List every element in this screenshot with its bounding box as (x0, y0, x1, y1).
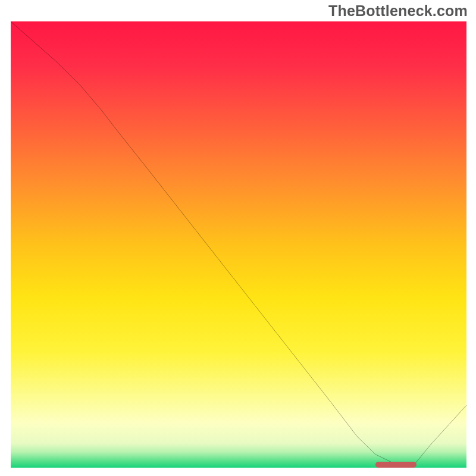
plot-area (11, 21, 466, 468)
optimal-range-marker (375, 462, 416, 468)
bottleneck-curve (11, 21, 466, 468)
attribution-text: TheBottleneck.com (328, 2, 468, 20)
curve-path (11, 21, 466, 468)
chart-container: TheBottleneck.com (0, 0, 476, 476)
